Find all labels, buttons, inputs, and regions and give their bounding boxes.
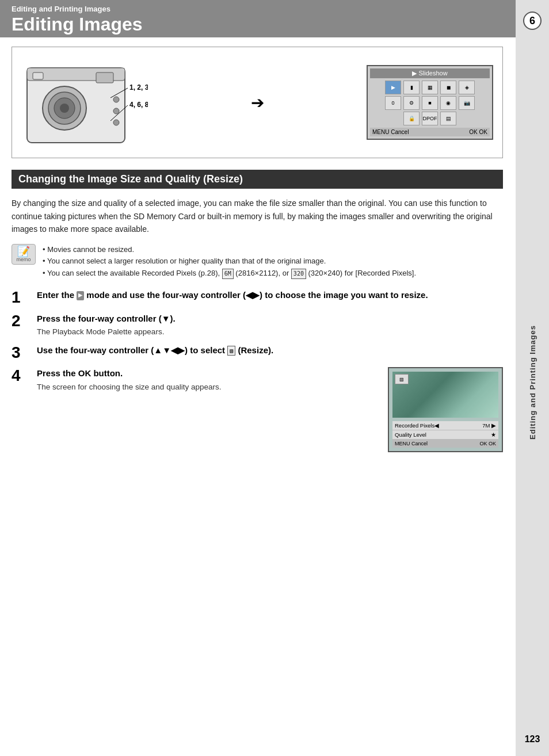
screen-icon-3: ▦ <box>422 81 438 94</box>
step-4-number: 4 <box>12 367 28 385</box>
step-1: 1 Enter the ▶ mode and use the four-way … <box>12 289 503 307</box>
step-4: 4 Press the OK button. The screen for ch… <box>12 367 503 452</box>
step-3: 3 Use the four-way controller (▲▼◀▶) to … <box>12 344 503 362</box>
screen-icons-row2: 0 ⚙ ■ ◉ 📷 <box>370 96 490 110</box>
right-sidebar: 6 Editing and Printing Images 123 <box>516 0 549 756</box>
screen-bottom-bar: MENU Cancel OK OK <box>370 128 490 136</box>
svg-text:1, 2, 3, 5, 7: 1, 2, 3, 5, 7 <box>129 83 148 91</box>
screen-mockup: ▶ Slideshow ▶ ▮ ▦ ◼ ◈ 0 ⚙ ■ ◉ 📷 🔒 DPOF ▤ <box>367 65 493 140</box>
screen-icon-9: ◉ <box>440 96 456 110</box>
memo-item-3: You can select the available Recorded Pi… <box>43 268 416 280</box>
section-heading: Changing the Image Size and Quality (Res… <box>12 170 503 189</box>
screen-icons-row3: 🔒 DPOF ▤ <box>370 112 490 125</box>
screen-icon-5: ◈ <box>459 81 475 94</box>
page-header: Editing and Printing Images Editing Imag… <box>0 0 549 37</box>
step-1-content: Enter the ▶ mode and use the four-way co… <box>37 289 503 302</box>
resize-menu-label: MENU Cancel <box>395 441 428 446</box>
svg-point-10 <box>113 120 119 125</box>
screen-icon-4: ◼ <box>440 81 456 94</box>
resize-row-pixels: Recorded Pixels◀ 7M ▶ <box>392 421 498 430</box>
screen-icon-13: ▤ <box>440 112 456 125</box>
chapter-number: 6 <box>523 12 542 30</box>
memo-list: Movies cannot be resized. You cannot sel… <box>43 244 416 280</box>
screen-icon-6: 0 <box>385 96 401 110</box>
resize-quality-value: ★ <box>491 432 496 438</box>
screen-icon-8: ■ <box>422 96 438 110</box>
badge-6m: 6M <box>222 269 234 279</box>
screen-menu-label: MENU Cancel <box>372 129 409 135</box>
resize-row-quality: Quality Level ★ <box>392 430 498 440</box>
arrow-icon: ➔ <box>251 93 264 112</box>
step-4-title: Press the OK button. <box>37 367 379 380</box>
memo-label: memo <box>16 257 30 262</box>
resize-pixels-value: 7M ▶ <box>482 422 496 429</box>
svg-point-5 <box>60 104 69 113</box>
badge-320: 320 <box>291 269 306 279</box>
main-content: 1, 2, 3, 5, 7 4, 6, 8 ➔ ▶ Slideshow ▶ ▮ … <box>0 37 514 469</box>
memo-box: 📝 memo Movies cannot be resized. You can… <box>12 244 503 280</box>
step-1-number: 1 <box>12 289 28 307</box>
step-4-row: Press the OK button. The screen for choo… <box>37 367 503 452</box>
svg-point-8 <box>113 97 119 102</box>
svg-rect-7 <box>33 72 43 79</box>
svg-rect-6 <box>96 72 113 83</box>
step-4-content: Press the OK button. The screen for choo… <box>37 367 503 452</box>
screen-ok-label: OK OK <box>469 129 487 135</box>
resize-screen-mockup: ▧ Recorded Pixels◀ 7M ▶ Quality Level <box>388 367 503 452</box>
camera-diagram-box: 1, 2, 3, 5, 7 4, 6, 8 ➔ ▶ Slideshow ▶ ▮ … <box>12 47 503 158</box>
resize-icon-badge: ▧ <box>227 346 235 356</box>
header-title: Editing Images <box>12 13 537 35</box>
memo-content: Movies cannot be resized. You cannot sel… <box>43 244 416 280</box>
screen-icons-row1: ▶ ▮ ▦ ◼ ◈ <box>370 81 490 94</box>
resize-quality-label: Quality Level <box>395 432 426 438</box>
section-body-text: By changing the size and quality of a se… <box>12 197 503 235</box>
screen-icon-2: ▮ <box>403 81 420 94</box>
step-3-title: Use the four-way controller (▲▼◀▶) to se… <box>37 344 503 357</box>
step-4-text: Press the OK button. The screen for choo… <box>37 367 379 393</box>
screen-icon-12: DPOF <box>422 112 438 125</box>
screen-icon-7: ⚙ <box>403 96 420 110</box>
resize-small-icon: ▧ <box>395 374 409 384</box>
memo-icon-graphic: 📝 <box>17 246 30 257</box>
step-3-number: 3 <box>12 344 28 362</box>
svg-text:4, 6, 8: 4, 6, 8 <box>129 101 148 109</box>
step-2-desc: The Playback Mode Palette appears. <box>37 326 503 338</box>
resize-screen: ▧ Recorded Pixels◀ 7M ▶ Quality Level <box>388 367 503 452</box>
sidebar-rotated-label: Editing and Printing Images <box>528 325 537 440</box>
memo-item-1: Movies cannot be resized. <box>43 244 416 256</box>
step-1-title: Enter the ▶ mode and use the four-way co… <box>37 289 503 302</box>
resize-bottom-bar: MENU Cancel OK OK <box>392 440 498 448</box>
resize-ok-label: OK OK <box>479 441 496 446</box>
resize-controls: Recorded Pixels◀ 7M ▶ Quality Level ★ <box>392 421 498 440</box>
svg-point-9 <box>113 108 119 114</box>
memo-icon: 📝 memo <box>12 244 36 265</box>
resize-photo-area: ▧ <box>392 372 498 418</box>
header-subtitle: Editing and Printing Images <box>12 5 537 13</box>
screen-icon-11: 🔒 <box>403 112 420 125</box>
step-2-number: 2 <box>12 312 28 330</box>
screen-icon-play: ▶ <box>385 81 401 94</box>
screen-title: ▶ Slideshow <box>370 68 490 78</box>
camera-diagram-left: 1, 2, 3, 5, 7 4, 6, 8 <box>21 56 148 148</box>
page-number: 123 <box>525 734 540 744</box>
step-2: 2 Press the four-way controller (▼). The… <box>12 312 503 338</box>
step-2-title: Press the four-way controller (▼). <box>37 312 503 326</box>
camera-illustration: 1, 2, 3, 5, 7 4, 6, 8 <box>21 56 148 148</box>
step-3-content: Use the four-way controller (▲▼◀▶) to se… <box>37 344 503 357</box>
playback-icon: ▶ <box>77 291 84 300</box>
memo-item-2: You cannot select a larger resolution or… <box>43 255 416 268</box>
resize-pixels-label: Recorded Pixels◀ <box>395 422 439 429</box>
step-2-content: Press the four-way controller (▼). The P… <box>37 312 503 338</box>
step-4-desc: The screen for choosing the size and qua… <box>37 381 379 393</box>
screen-icon-10: 📷 <box>459 96 475 110</box>
